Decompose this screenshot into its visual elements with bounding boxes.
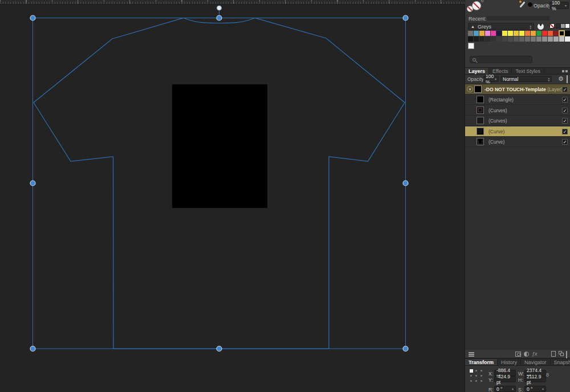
color-swatch[interactable] xyxy=(548,31,553,36)
layer-visibility-checkbox[interactable]: ✓ xyxy=(562,108,568,113)
selection-handle[interactable] xyxy=(403,181,408,186)
selection-handle[interactable] xyxy=(217,15,222,21)
color-swatch[interactable] xyxy=(485,36,490,42)
new-layer-icon[interactable] xyxy=(551,351,556,357)
print-area-rectangle[interactable] xyxy=(172,84,267,208)
color-swatch[interactable] xyxy=(474,36,479,42)
layer-thumbnail[interactable] xyxy=(477,96,484,103)
lock-icon[interactable] xyxy=(567,76,570,82)
color-swatch[interactable] xyxy=(468,36,473,42)
layers-stack-icon[interactable] xyxy=(469,352,474,357)
tab-transform[interactable]: Transform xyxy=(465,359,498,365)
color-swatch[interactable] xyxy=(508,36,513,42)
canvas-area[interactable] xyxy=(0,0,465,392)
anchor-point-selector[interactable] xyxy=(470,369,483,382)
color-wheel-icon[interactable] xyxy=(538,23,544,30)
fill-color-well[interactable] xyxy=(472,1,481,10)
fx-icon[interactable]: ƒx xyxy=(532,351,538,357)
layer-thumbnail[interactable] xyxy=(477,128,484,135)
rotation-dropdown[interactable]: 0 °▾ xyxy=(494,386,516,392)
swatch-search-input[interactable] xyxy=(470,56,532,63)
color-swatch[interactable] xyxy=(525,31,530,36)
color-swatch[interactable] xyxy=(491,36,496,42)
layer-row-rectangle[interactable]: (Rectangle) ✓ xyxy=(465,95,570,105)
tab-snapshots[interactable]: Snapshots xyxy=(551,359,570,365)
rotation-handle[interactable] xyxy=(217,6,222,10)
color-swatch[interactable] xyxy=(553,31,559,36)
color-swatch[interactable] xyxy=(542,31,547,36)
color-swatch[interactable] xyxy=(531,36,536,42)
color-swatch[interactable] xyxy=(559,31,564,36)
color-swatch[interactable] xyxy=(565,31,570,36)
selection-handle[interactable] xyxy=(30,346,35,352)
current-color-dot[interactable] xyxy=(527,2,533,7)
color-swatch[interactable] xyxy=(485,31,490,36)
h-field[interactable]: 2112.9 pt xyxy=(524,376,546,382)
layer-visibility-checkbox[interactable]: ✓ xyxy=(562,97,568,103)
layer-visibility-checkbox[interactable]: ✓ xyxy=(562,129,568,134)
color-swatch[interactable] xyxy=(531,31,536,36)
eyedropper-icon[interactable] xyxy=(518,1,526,9)
tab-text-styles[interactable]: Text Styles xyxy=(512,68,544,74)
color-swatch[interactable] xyxy=(468,31,473,36)
horizontal-ruler[interactable] xyxy=(0,0,465,5)
new-group-icon[interactable] xyxy=(559,351,564,357)
color-swatch[interactable] xyxy=(548,36,553,42)
tab-navigator[interactable]: Navigator xyxy=(521,359,551,365)
artboard[interactable] xyxy=(0,0,465,392)
selection-handle[interactable] xyxy=(30,15,35,21)
layer-thumbnail[interactable] xyxy=(477,138,484,145)
selection-handle[interactable] xyxy=(217,346,222,352)
link-dimensions-icon[interactable]: 8 xyxy=(546,372,549,378)
color-swatch[interactable] xyxy=(525,36,530,42)
layer-row-curve-selected[interactable]: (Curve) ✓ xyxy=(465,126,570,137)
swatch-white[interactable] xyxy=(565,23,570,28)
layer-visibility-checkbox[interactable]: ✓ xyxy=(562,118,568,124)
color-swatch[interactable] xyxy=(536,36,542,42)
layer-opacity-dropdown[interactable]: 100 % ▾ xyxy=(483,76,499,82)
swatch-none[interactable] xyxy=(549,23,555,28)
y-field[interactable]: -424.9 pt xyxy=(494,376,516,382)
mask-icon[interactable] xyxy=(515,352,521,357)
opacity-dropdown[interactable]: 100 % ▾ xyxy=(549,2,569,9)
swap-fill-stroke-icon[interactable]: ↻ xyxy=(481,0,484,3)
color-swatch[interactable] xyxy=(553,36,559,42)
layer-visibility-checkbox[interactable]: ✓ xyxy=(562,139,568,145)
color-swatch[interactable] xyxy=(514,36,519,42)
blend-mode-dropdown[interactable]: Normal ▴▾ xyxy=(500,76,552,82)
layer-row-curves-2[interactable]: (Curves) ✓ xyxy=(465,116,570,126)
color-swatch[interactable] xyxy=(559,36,564,42)
color-swatch[interactable] xyxy=(479,31,484,36)
color-swatch[interactable] xyxy=(474,31,479,36)
gear-icon[interactable]: ⚙ xyxy=(558,75,564,83)
recent-swatches-strip[interactable] xyxy=(487,16,549,21)
selection-handle[interactable] xyxy=(403,15,408,21)
layer-row-curves-1[interactable]: (Curves) ✓ xyxy=(465,105,570,116)
color-swatch[interactable] xyxy=(496,31,502,36)
color-swatch[interactable] xyxy=(508,31,513,36)
selection-handle[interactable] xyxy=(403,346,408,352)
color-swatch[interactable] xyxy=(496,36,502,42)
color-swatch[interactable] xyxy=(479,36,484,42)
white-swatch[interactable] xyxy=(468,43,474,49)
selection-handle[interactable] xyxy=(30,181,35,186)
layer-row-curve[interactable]: (Curve) ✓ xyxy=(465,137,570,147)
tab-history[interactable]: History xyxy=(498,359,521,365)
layer-visibility-checkbox[interactable]: ✓ xyxy=(562,87,568,92)
shear-dropdown[interactable]: 0 °▾ xyxy=(524,386,546,392)
color-swatch[interactable] xyxy=(565,36,570,42)
color-swatch[interactable] xyxy=(519,36,524,42)
layer-thumbnail[interactable] xyxy=(477,107,484,114)
color-swatch[interactable] xyxy=(519,31,524,36)
color-swatch[interactable] xyxy=(536,31,542,36)
adjustment-icon[interactable] xyxy=(524,352,529,357)
color-swatch[interactable] xyxy=(502,31,507,36)
color-swatch[interactable] xyxy=(542,36,547,42)
layer-thumbnail[interactable] xyxy=(474,85,482,93)
panel-menu-icon[interactable] xyxy=(562,70,568,72)
color-swatch[interactable] xyxy=(514,31,519,36)
palette-dropdown[interactable]: ▲ Greys ▴▾ xyxy=(468,23,534,30)
layer-thumbnail[interactable] xyxy=(477,117,484,124)
expand-arrow-icon[interactable]: ▾ xyxy=(467,86,473,92)
color-swatch[interactable] xyxy=(491,31,496,36)
